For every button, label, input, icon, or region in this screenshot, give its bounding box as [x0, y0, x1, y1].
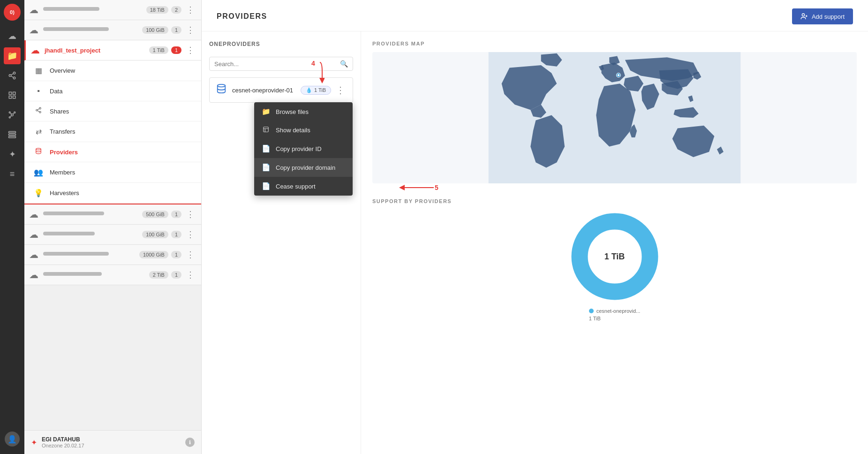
- right-panel: PROVIDERS MAP: [361, 31, 868, 454]
- legend-item-cesnet: cesnet-oneprovid...: [589, 308, 641, 314]
- providers-panel: ONEPROVIDERS 🔍 cesnet-oneprovider-01 4: [202, 31, 361, 454]
- show-details-label: Show details: [276, 127, 310, 134]
- more-btn-3[interactable]: ⋮: [184, 208, 196, 220]
- chart-section: SUPPORT BY PROVIDERS 1 TiB: [372, 198, 857, 323]
- nav-icon-graph[interactable]: [4, 106, 21, 123]
- active-space-badge-size: 1 TiB: [149, 46, 168, 54]
- app-logo[interactable]: 0): [4, 4, 21, 21]
- nav-link-data[interactable]: ▪ Data: [24, 81, 201, 101]
- search-input[interactable]: [214, 61, 340, 68]
- more-btn-active[interactable]: ⋮: [184, 44, 196, 56]
- nav-icon-files[interactable]: 📁: [4, 47, 21, 64]
- oneproviders-label: ONEPROVIDERS: [209, 41, 260, 47]
- nav-link-transfers-label: Transfers: [50, 128, 75, 135]
- context-menu-copy-id[interactable]: 📄 Copy provider ID: [254, 139, 353, 158]
- space-badge-count-1: 2: [171, 6, 181, 14]
- cease-support-icon: 📄: [262, 182, 270, 190]
- svg-point-26: [36, 148, 41, 150]
- nav-link-data-label: Data: [50, 88, 62, 95]
- more-btn-4[interactable]: ⋮: [184, 228, 196, 241]
- svg-rect-5: [9, 92, 11, 94]
- context-menu-browse-files[interactable]: 📁 Browse files: [254, 102, 353, 121]
- sidebar-space-3[interactable]: ☁ 500 GiB 1 ⋮: [24, 204, 201, 225]
- cloud-icon-3: ☁: [29, 209, 38, 220]
- space-name-bar-1: [43, 7, 99, 11]
- sidebar-space-6[interactable]: ☁ 2 TiB 1 ⋮: [24, 265, 201, 285]
- world-map-svg: [372, 52, 857, 183]
- more-btn-5[interactable]: ⋮: [184, 249, 196, 261]
- data-icon: ▪: [34, 87, 43, 95]
- nav-link-harvesters[interactable]: 💡 Harvesters: [24, 183, 201, 204]
- sidebar-space-5[interactable]: ☁ 1000 GiB 1 ⋮: [24, 245, 201, 265]
- nav-icon-share[interactable]: [4, 67, 21, 84]
- svg-line-13: [10, 113, 11, 114]
- sidebar-space-4[interactable]: ☁ 100 GiB 1 ⋮: [24, 225, 201, 245]
- overview-icon: ▦: [34, 66, 43, 75]
- svg-point-12: [9, 117, 10, 118]
- main-header: PROVIDERS Add support: [202, 0, 868, 31]
- provider-row-cesnet[interactable]: cesnet-oneprovider-01 4 💧 1 TiB ⋮: [209, 77, 353, 103]
- svg-line-4: [11, 74, 13, 75]
- nav-icon-home[interactable]: ☁: [4, 28, 21, 45]
- map-section-label: PROVIDERS MAP: [372, 41, 857, 46]
- browse-files-label: Browse files: [276, 108, 309, 115]
- legend-value-item: 1 TiB: [589, 316, 641, 321]
- nav-link-members[interactable]: 👥 Members: [24, 162, 201, 183]
- more-btn-6[interactable]: ⋮: [184, 269, 196, 281]
- sidebar-space-2[interactable]: ☁ 100 GiB 1 ⋮: [24, 20, 201, 40]
- svg-rect-17: [9, 134, 16, 136]
- svg-rect-8: [9, 96, 11, 98]
- provider-db-icon: [216, 83, 226, 97]
- context-menu-show-details[interactable]: Show details: [254, 121, 353, 139]
- cloud-icon-6: ☁: [29, 269, 38, 280]
- svg-point-11: [14, 112, 15, 113]
- context-menu-copy-domain[interactable]: 📄 Copy provider domain: [254, 158, 353, 177]
- nav-icon-sparkle[interactable]: ✦: [4, 146, 21, 163]
- nav-icon-list[interactable]: ≡: [4, 166, 21, 182]
- show-details-icon: [262, 126, 270, 134]
- expanded-nav-section: ▦ Overview ▪ Data Shares ⇄ Transfers: [24, 61, 201, 204]
- svg-point-21: [39, 107, 41, 109]
- svg-point-22: [36, 109, 38, 111]
- nav-link-shares[interactable]: Shares: [24, 101, 201, 121]
- svg-point-23: [39, 111, 41, 113]
- context-menu-cease-support[interactable]: 📄 Cease support: [254, 177, 353, 196]
- svg-point-28: [802, 14, 804, 16]
- sidebar-space-1[interactable]: ☁ 1 18 TiB 2 ⋮: [24, 0, 201, 20]
- map-section: PROVIDERS MAP: [372, 41, 857, 183]
- chart-section-label: SUPPORT BY PROVIDERS: [372, 198, 857, 204]
- svg-line-14: [13, 113, 14, 114]
- providers-icon: [34, 148, 43, 156]
- cloud-icon-active: ☁: [30, 45, 40, 56]
- page-title: PROVIDERS: [217, 12, 267, 21]
- svg-point-0: [13, 72, 15, 75]
- nav-icon-manage[interactable]: [4, 126, 21, 143]
- svg-point-2: [13, 77, 15, 79]
- add-support-label: Add support: [812, 13, 845, 20]
- space-badge-count-2: 1: [171, 26, 181, 34]
- donut-chart-container: 1 TiB cesnet-oneprovid... 1 TiB: [372, 210, 857, 323]
- nav-icon-data[interactable]: [4, 87, 21, 104]
- provider-name: cesnet-oneprovider-01: [232, 87, 301, 94]
- add-support-icon: [800, 13, 808, 20]
- provider-more-btn[interactable]: ⋮: [335, 83, 346, 97]
- nav-link-providers[interactable]: Providers 3: [24, 142, 201, 162]
- svg-rect-33: [264, 127, 269, 132]
- provider-size-badge: 💧 1 TiB: [301, 86, 331, 95]
- nav-link-overview[interactable]: ▦ Overview: [24, 61, 201, 81]
- nav-link-transfers[interactable]: ⇄ Transfers: [24, 121, 201, 142]
- cloud-icon-2: ☁: [29, 24, 38, 36]
- legend-value-cesnet: 1 TiB: [589, 316, 601, 321]
- nav-link-overview-label: Overview: [50, 67, 75, 74]
- nav-link-members-label: Members: [50, 169, 75, 176]
- user-avatar[interactable]: 👤: [5, 431, 20, 446]
- sidebar-active-space[interactable]: ☁ jhandl_test_project 2 1 TiB 1 ⋮: [24, 40, 201, 61]
- svg-rect-6: [13, 92, 15, 94]
- space-badge-size-2: 100 GiB: [142, 26, 168, 34]
- footer-info-btn[interactable]: ℹ: [185, 438, 195, 447]
- main-content: PROVIDERS Add support ONEPROVIDERS 🔍 ces…: [202, 0, 868, 454]
- add-support-button[interactable]: Add support: [792, 8, 853, 24]
- active-space-badge-count: 1: [171, 46, 181, 54]
- more-btn-1[interactable]: ⋮: [184, 4, 196, 16]
- more-btn-2[interactable]: ⋮: [184, 24, 196, 36]
